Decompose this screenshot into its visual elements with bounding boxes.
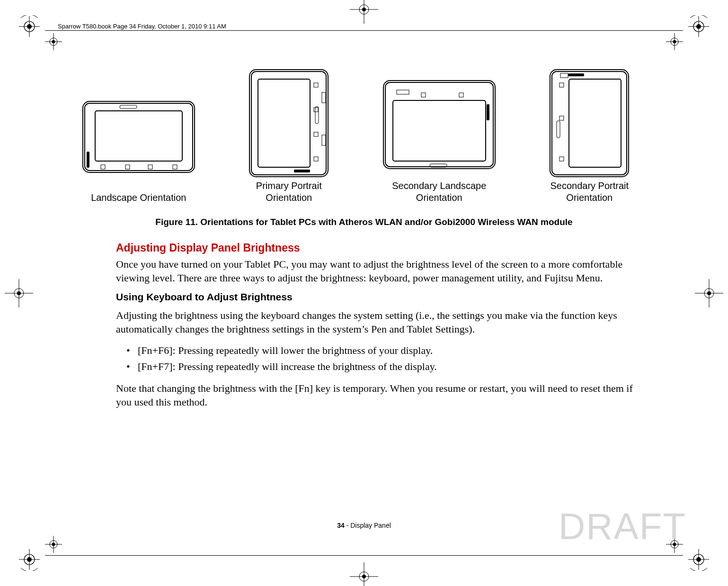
figure-label: Secondary PortraitOrientation [517,180,662,204]
svg-rect-68 [383,81,495,169]
svg-rect-52 [101,165,105,169]
registration-mark-icon [45,33,62,50]
page-footer-label: - Display Panel [345,522,391,529]
registration-mark-icon [350,562,378,586]
figure-item: Primary PortraitOrientation [217,71,362,204]
svg-rect-66 [322,135,326,145]
svg-rect-72 [397,90,409,94]
figure-orientations-row: Landscape Orientation Primary [66,71,662,204]
list-item: [Fn+F7]: Pressing repeatedly will increa… [116,359,648,375]
svg-rect-56 [87,152,89,168]
registration-mark-icon [18,15,41,38]
figure-item: Secondary LandscapeOrientation [367,71,512,204]
svg-rect-83 [560,73,568,78]
svg-rect-57 [249,70,328,177]
print-header: Sparrow T580.book Page 34 Friday, Octobe… [58,23,226,30]
svg-rect-64 [314,157,318,161]
svg-rect-61 [314,83,318,87]
svg-rect-74 [459,93,463,97]
paragraph: Once you have turned on your Tablet PC, … [116,257,648,285]
svg-rect-67 [322,92,326,103]
svg-rect-75 [487,104,489,120]
svg-rect-79 [557,121,560,138]
registration-mark-icon [45,536,62,553]
page-content: Landscape Orientation Primary [66,71,662,415]
svg-rect-53 [125,165,130,169]
draft-watermark: DRAFT [559,505,686,548]
tablet-portrait-secondary-icon [517,71,662,175]
paragraph: Adjusting the brightness using the keybo… [116,308,648,336]
registration-mark-icon [687,548,710,571]
svg-rect-54 [148,165,152,169]
heading-keyboard: Using Keyboard to Adjust Brightness [116,291,648,303]
svg-rect-51 [120,105,137,108]
svg-rect-48 [83,101,195,172]
registration-mark-icon [666,33,683,50]
svg-rect-80 [559,83,564,87]
registration-mark-icon [350,0,378,24]
tablet-landscape-secondary-icon [367,71,512,175]
figure-label: Primary PortraitOrientation [217,180,362,204]
svg-rect-73 [421,93,426,97]
body-text: Adjusting Display Panel Brightness Once … [116,242,648,409]
figure-label: Secondary LandscapeOrientation [367,180,512,204]
svg-rect-63 [314,132,318,136]
svg-rect-76 [550,70,629,177]
figure-label: Landscape Orientation [66,192,211,204]
registration-mark-icon [695,279,723,307]
page-number: 34 [337,522,345,529]
svg-rect-70 [393,100,486,161]
tablet-landscape-icon [66,83,211,187]
tablet-portrait-primary-icon [217,71,362,175]
paragraph: Note that changing the brightness with t… [116,381,648,409]
figure-caption: Figure 11. Orientations for Tablet PCs w… [66,217,662,227]
figure-item: Secondary PortraitOrientation [517,71,662,204]
registration-mark-icon [18,548,41,571]
bullet-list: [Fn+F6]: Pressing repeatedly will lower … [116,343,648,375]
svg-rect-62 [314,108,318,112]
svg-rect-82 [559,157,564,161]
svg-rect-81 [559,116,564,120]
svg-rect-50 [95,111,182,161]
list-item: [Fn+F6]: Pressing repeatedly will lower … [116,343,648,359]
svg-rect-69 [385,82,493,167]
svg-rect-84 [568,73,584,76]
svg-rect-59 [258,79,310,167]
registration-mark-icon [5,279,33,307]
registration-mark-icon [687,15,710,38]
svg-rect-65 [294,170,310,172]
figure-item: Landscape Orientation [66,83,211,204]
svg-rect-78 [569,79,621,167]
heading-brightness: Adjusting Display Panel Brightness [116,242,648,254]
svg-rect-55 [173,165,177,169]
svg-rect-49 [85,103,193,171]
